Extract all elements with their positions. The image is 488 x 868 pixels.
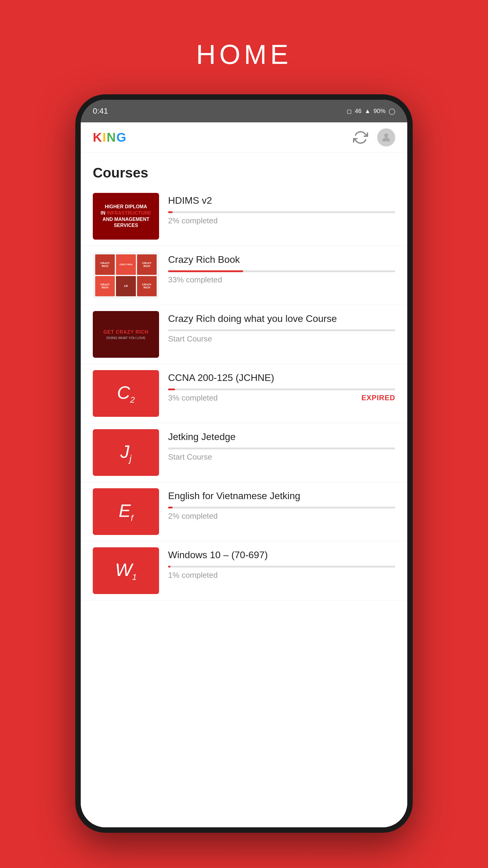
- profile-avatar[interactable]: [377, 128, 395, 147]
- app-bar: KING: [81, 122, 407, 153]
- status-time: 0:41: [93, 106, 108, 116]
- course-name-windows: Windows 10 – (70-697): [168, 549, 395, 561]
- phone-frame: 0:41 ◻ 46 ▲ 90% ◯ KING: [75, 94, 413, 833]
- course-info-windows: Windows 10 – (70-697) 1% completed: [168, 547, 395, 580]
- course-status-jetking: Start Course: [168, 453, 395, 462]
- course-info-hdims: HDIMS v2 2% completed: [168, 193, 395, 225]
- course-status-windows: 1% completed: [168, 570, 395, 580]
- refresh-button[interactable]: [353, 130, 368, 145]
- course-status-ccna: 3% completed EXPIRED: [168, 393, 395, 403]
- course-thumbnail-english: Ef: [93, 488, 159, 535]
- course-item-gcr[interactable]: GET CRAZY RICH DOING WHAT YOU LOVE Crazy…: [81, 305, 407, 364]
- course-status-crb: 33% completed: [168, 275, 395, 284]
- course-thumbnail-crb: CRAZYRICH CRAZY RICH CRAZYRICH CRAZYRICH…: [93, 252, 159, 299]
- course-info-jetking: Jetking Jetedge Start Course: [168, 429, 395, 462]
- course-thumbnail-jetking: Jj: [93, 429, 159, 476]
- battery-icon: ◯: [389, 107, 395, 115]
- app-bar-actions: [353, 128, 395, 147]
- course-status-english: 2% completed: [168, 512, 395, 521]
- status-icons: ◻ 46 ▲ 90% ◯: [347, 107, 395, 115]
- course-thumbnail-gcr: GET CRAZY RICH DOING WHAT YOU LOVE: [93, 311, 159, 358]
- expired-badge: EXPIRED: [361, 394, 395, 402]
- course-name-ccna: CCNA 200-125 (JCHNE): [168, 372, 395, 384]
- course-status-hdims: 2% completed: [168, 216, 395, 225]
- course-item-english[interactable]: Ef English for Vietnamese Jetking 2% com…: [81, 482, 407, 541]
- svg-point-0: [384, 133, 388, 137]
- signal-icon: 46: [355, 107, 361, 115]
- sim-icon: ◻: [347, 107, 352, 115]
- status-bar: 0:41 ◻ 46 ▲ 90% ◯: [81, 100, 407, 122]
- app-logo: KING: [93, 130, 127, 145]
- courses-title: Courses: [81, 153, 407, 187]
- course-item-windows[interactable]: W1 Windows 10 – (70-697) 1% completed: [81, 541, 407, 600]
- course-item-ccna[interactable]: C2 CCNA 200-125 (JCHNE) 3% completed EXP…: [81, 364, 407, 423]
- network-icon: ▲: [364, 107, 370, 115]
- course-name-english: English for Vietnamese Jetking: [168, 490, 395, 502]
- page-title: HOME: [196, 39, 292, 70]
- phone-screen: 0:41 ◻ 46 ▲ 90% ◯ KING: [81, 100, 407, 827]
- course-thumbnail-windows: W1: [93, 547, 159, 594]
- course-thumbnail-hdims: HIGHER DIPLOMAIN INFRASTRUCTUREAND MANAG…: [93, 193, 159, 240]
- course-name-gcr: Crazy Rich doing what you love Course: [168, 313, 395, 325]
- course-info-gcr: Crazy Rich doing what you love Course St…: [168, 311, 395, 344]
- course-name-crb: Crazy Rich Book: [168, 253, 395, 266]
- course-status-gcr: Start Course: [168, 334, 395, 344]
- course-item-jetking[interactable]: Jj Jetking Jetedge Start Course: [81, 423, 407, 482]
- content-area: Courses HIGHER DIPLOMAIN INFRASTRUCTUREA…: [81, 153, 407, 827]
- course-info-english: English for Vietnamese Jetking 2% comple…: [168, 488, 395, 521]
- course-info-ccna: CCNA 200-125 (JCHNE) 3% completed EXPIRE…: [168, 370, 395, 403]
- battery-text: 90%: [373, 107, 386, 115]
- course-info-crb: Crazy Rich Book 33% completed: [168, 252, 395, 284]
- course-item-crazy-rich-book[interactable]: CRAZYRICH CRAZY RICH CRAZYRICH CRAZYRICH…: [81, 246, 407, 305]
- course-item-hdims[interactable]: HIGHER DIPLOMAIN INFRASTRUCTUREAND MANAG…: [81, 187, 407, 246]
- course-name-jetking: Jetking Jetedge: [168, 431, 395, 443]
- course-thumbnail-ccna: C2: [93, 370, 159, 417]
- course-name-hdims: HDIMS v2: [168, 194, 395, 207]
